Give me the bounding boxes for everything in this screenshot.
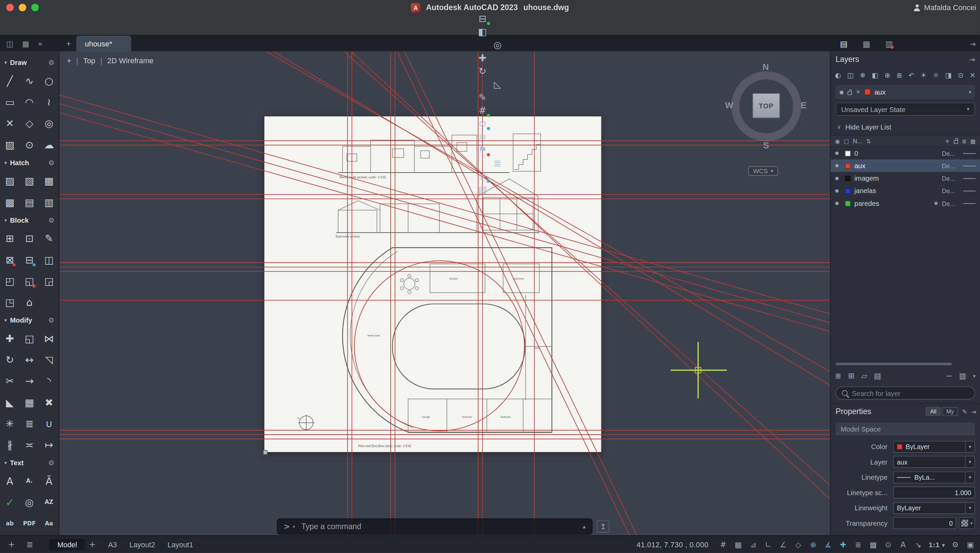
block-editor[interactable]: ✎ [39, 228, 59, 249]
property-value-control[interactable]: ByLayer ▾ [893, 502, 975, 514]
auto-scale[interactable]: ↘ [913, 540, 923, 549]
layer-row[interactable]: ● paredes ✱ De... [831, 197, 980, 210]
array[interactable]: ▦ [19, 392, 39, 413]
horizontal-scrollbar[interactable] [836, 363, 952, 365]
markup[interactable]: ✎ [476, 91, 489, 104]
panel-tab-hatch[interactable]: ▦ [863, 39, 870, 48]
layer-row[interactable]: ● janelas De... [831, 184, 980, 197]
property-value-control[interactable]: ByLa... ▾ [893, 471, 975, 483]
snap[interactable]: ▦ [733, 540, 743, 549]
named-views[interactable]: ▦ [22, 39, 29, 48]
gear-icon[interactable]: ⚙ [48, 158, 54, 166]
selection-grip[interactable] [263, 450, 267, 455]
annotation-visibility[interactable]: A [899, 540, 908, 549]
pencil-icon[interactable]: ✎ [962, 408, 967, 415]
attach-reference[interactable]: ⊟ [19, 249, 39, 270]
lineweight-display[interactable]: ≣ [854, 540, 863, 549]
gear-icon[interactable]: ⚙ [48, 316, 54, 324]
scale[interactable]: ◹ [39, 349, 59, 370]
command-input[interactable] [301, 522, 582, 531]
palette-section-header[interactable]: ▾ Draw ⚙ [0, 55, 59, 70]
infer-constraints[interactable]: ⊿ [748, 540, 758, 549]
set-base-point[interactable]: ◳ [0, 291, 19, 312]
zoom-window-button[interactable] [31, 4, 39, 11]
trim[interactable]: ✂ [0, 370, 19, 392]
justify-text[interactable]: Aa [39, 513, 59, 534]
gear-icon[interactable]: ⚙ [48, 216, 54, 224]
share[interactable]: ⇗ [476, 169, 489, 183]
donut[interactable]: ◎ [39, 113, 59, 134]
rotate[interactable]: ↻ [0, 349, 19, 370]
layer-color-chip[interactable] [845, 175, 851, 181]
palette-section-header[interactable]: ▾ Hatch ⚙ [0, 155, 59, 170]
circle[interactable]: ○ [39, 70, 59, 91]
columns-icon[interactable]: ▦ [970, 138, 976, 144]
align[interactable]: ≍ [19, 434, 39, 455]
property-value-control[interactable]: ByLayer ▾ [893, 441, 975, 453]
layer-row[interactable]: ● aux De... [831, 159, 980, 172]
revision-cloud[interactable]: ☁ [39, 134, 59, 155]
dynamic-input[interactable]: ✚ [838, 540, 848, 549]
single-line-text[interactable]: A. [19, 470, 39, 491]
layer-on-indicator[interactable]: ● [835, 188, 842, 193]
construction-line[interactable]: ✕ [0, 113, 19, 134]
boundary[interactable]: ▦ [39, 170, 59, 191]
pan[interactable]: ✚ [476, 51, 489, 64]
minimize-window-button[interactable] [19, 4, 26, 11]
layout-tab[interactable]: Layout2 [123, 539, 161, 550]
hatch-settings[interactable]: ▥ [39, 191, 59, 213]
layer-lock[interactable]: ◧ [872, 71, 878, 79]
layer-isolate[interactable]: ◫ [847, 71, 854, 79]
define-attribute[interactable]: ◰ [0, 270, 19, 291]
statusbar-menu-icon[interactable]: ≣ [26, 540, 33, 549]
extend[interactable]: → [19, 370, 39, 392]
current-layer-control[interactable]: ● ☀ aux ▾ [836, 85, 975, 99]
drawing-canvas[interactable]: + | Top | 2D Wireframe [59, 51, 830, 535]
chamfer[interactable]: ◣ [0, 392, 19, 413]
layer-manager[interactable]: ≣ [491, 156, 504, 169]
find-replace[interactable]: ◎ [19, 491, 39, 513]
layer-row[interactable]: ● imagem De... [831, 172, 980, 184]
layer-states[interactable]: ≣ [835, 371, 842, 380]
spell-check[interactable]: ✓ [0, 491, 19, 513]
gradient[interactable]: ▧ [19, 170, 39, 191]
chevron-down-icon[interactable]: ▾ [293, 524, 295, 529]
selection-cycling[interactable]: ⊙ [883, 540, 893, 549]
polyline[interactable]: ∿ [19, 70, 39, 91]
lengthen[interactable]: ↦ [39, 434, 59, 455]
transparency-display[interactable]: ▩ [869, 540, 878, 549]
collapse-panel-icon[interactable]: ⇥ [971, 408, 976, 415]
text-align[interactable]: AZ [39, 491, 59, 513]
viewcube-south[interactable]: S [763, 140, 769, 150]
layer-off[interactable]: ◐ [835, 71, 841, 79]
object-snap-tracking[interactable]: ∡ [823, 540, 833, 549]
statusbar-plus-icon[interactable]: + [8, 540, 15, 549]
layer-delete[interactable]: ✕ [970, 71, 976, 79]
command-line[interactable]: > ▾ ▴ [277, 518, 593, 534]
polar-tracking[interactable]: ∠ [779, 540, 788, 549]
name-column-header[interactable]: N... [853, 137, 862, 144]
layer-color-chip[interactable] [845, 163, 851, 169]
layer-on-indicator[interactable]: ● [835, 201, 842, 206]
overflow[interactable]: » [38, 39, 43, 48]
viewcube-top-face[interactable]: TOP [752, 93, 780, 118]
join[interactable]: ∪ [39, 413, 59, 434]
hatch-pattern[interactable]: ▨ [0, 170, 19, 191]
layer-on-all[interactable]: ☀ [921, 71, 926, 79]
properties-filter-button[interactable]: All [926, 407, 941, 416]
file-tab-uhouse[interactable]: uhouse* [76, 35, 131, 51]
layer-on-indicator[interactable]: ● [835, 163, 842, 168]
account-menu[interactable]: Mafalda Concei [913, 0, 976, 15]
layer-color-chip[interactable] [845, 188, 851, 194]
clean-screen[interactable]: ▣ [966, 540, 975, 549]
erase[interactable]: ✖ [39, 392, 59, 413]
match-layer[interactable]: ≣ [897, 71, 902, 79]
isodraft[interactable]: ◇ [794, 540, 803, 549]
point[interactable]: ⊙ [19, 134, 39, 155]
object-snap[interactable]: ⊕ [808, 540, 818, 549]
stretch[interactable]: ↔ [19, 349, 39, 370]
rectangle[interactable]: ▭ [0, 91, 19, 112]
layer-color-chip[interactable] [845, 201, 851, 206]
hatch-edit[interactable]: ≋ [476, 130, 489, 143]
orbit[interactable]: ↻ [476, 64, 489, 77]
